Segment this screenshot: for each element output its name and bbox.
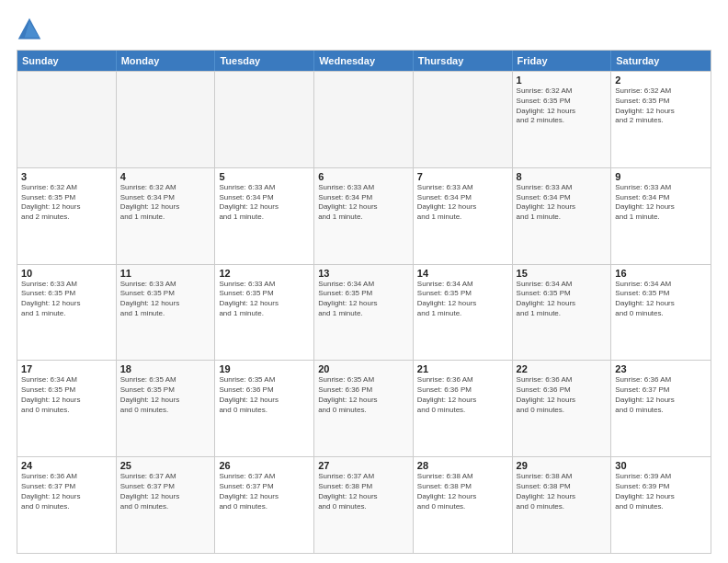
logo-icon <box>17 17 42 42</box>
day-info: Sunrise: 6:33 AMSunset: 6:35 PMDaylight:… <box>120 280 211 319</box>
day-cell-4: 4Sunrise: 6:32 AMSunset: 6:34 PMDaylight… <box>117 168 216 264</box>
day-number: 28 <box>417 460 508 471</box>
day-info: Sunrise: 6:33 AMSunset: 6:34 PMDaylight:… <box>517 183 608 223</box>
day-number: 18 <box>120 363 211 374</box>
day-number: 15 <box>517 268 608 279</box>
day-info: Sunrise: 6:33 AMSunset: 6:35 PMDaylight:… <box>21 280 112 319</box>
day-info: Sunrise: 6:32 AMSunset: 6:35 PMDaylight:… <box>21 183 112 223</box>
empty-cell <box>414 72 513 167</box>
day-number: 16 <box>615 268 707 279</box>
day-info: Sunrise: 6:35 AMSunset: 6:35 PMDaylight:… <box>120 375 211 415</box>
day-cell-22: 22Sunrise: 6:36 AMSunset: 6:36 PMDayligh… <box>513 361 612 456</box>
day-cell-5: 5Sunrise: 6:33 AMSunset: 6:34 PMDaylight… <box>215 168 314 264</box>
day-number: 6 <box>318 171 409 182</box>
day-cell-30: 30Sunrise: 6:39 AMSunset: 6:39 PMDayligh… <box>611 457 711 553</box>
day-number: 14 <box>417 268 508 279</box>
calendar-row-3: 10Sunrise: 6:33 AMSunset: 6:35 PMDayligh… <box>17 264 711 361</box>
day-info: Sunrise: 6:36 AMSunset: 6:36 PMDaylight:… <box>417 375 508 415</box>
day-number: 25 <box>120 460 211 471</box>
day-number: 23 <box>615 363 707 374</box>
day-number: 17 <box>21 363 112 374</box>
day-info: Sunrise: 6:32 AMSunset: 6:35 PMDaylight:… <box>615 86 707 126</box>
day-cell-11: 11Sunrise: 6:33 AMSunset: 6:35 PMDayligh… <box>117 265 216 361</box>
day-cell-7: 7Sunrise: 6:33 AMSunset: 6:34 PMDaylight… <box>414 168 513 264</box>
day-info: Sunrise: 6:38 AMSunset: 6:38 PMDaylight:… <box>517 472 608 511</box>
calendar-row-2: 3Sunrise: 6:32 AMSunset: 6:35 PMDaylight… <box>17 167 711 264</box>
empty-cell <box>117 72 216 167</box>
day-cell-19: 19Sunrise: 6:35 AMSunset: 6:36 PMDayligh… <box>215 361 314 456</box>
calendar-body: 1Sunrise: 6:32 AMSunset: 6:35 PMDaylight… <box>17 71 711 553</box>
day-number: 12 <box>219 268 310 279</box>
day-info: Sunrise: 6:32 AMSunset: 6:35 PMDaylight:… <box>517 86 608 126</box>
day-info: Sunrise: 6:36 AMSunset: 6:36 PMDaylight:… <box>517 375 608 415</box>
day-cell-25: 25Sunrise: 6:37 AMSunset: 6:37 PMDayligh… <box>117 457 216 553</box>
day-number: 19 <box>219 363 310 374</box>
day-cell-3: 3Sunrise: 6:32 AMSunset: 6:35 PMDaylight… <box>17 168 117 264</box>
day-cell-13: 13Sunrise: 6:34 AMSunset: 6:35 PMDayligh… <box>314 265 414 361</box>
header-cell-saturday: Saturday <box>611 51 711 71</box>
day-cell-27: 27Sunrise: 6:37 AMSunset: 6:38 PMDayligh… <box>314 457 414 553</box>
day-cell-8: 8Sunrise: 6:33 AMSunset: 6:34 PMDaylight… <box>513 168 612 264</box>
calendar-row-5: 24Sunrise: 6:36 AMSunset: 6:37 PMDayligh… <box>17 456 711 553</box>
day-cell-16: 16Sunrise: 6:34 AMSunset: 6:35 PMDayligh… <box>611 265 711 361</box>
day-info: Sunrise: 6:33 AMSunset: 6:34 PMDaylight:… <box>219 183 310 223</box>
day-cell-23: 23Sunrise: 6:36 AMSunset: 6:37 PMDayligh… <box>611 361 711 456</box>
calendar-row-1: 1Sunrise: 6:32 AMSunset: 6:35 PMDaylight… <box>17 71 711 167</box>
day-cell-10: 10Sunrise: 6:33 AMSunset: 6:35 PMDayligh… <box>17 265 117 361</box>
day-info: Sunrise: 6:36 AMSunset: 6:37 PMDaylight:… <box>615 375 707 415</box>
day-number: 24 <box>21 460 112 471</box>
day-cell-17: 17Sunrise: 6:34 AMSunset: 6:35 PMDayligh… <box>17 361 117 456</box>
day-info: Sunrise: 6:39 AMSunset: 6:39 PMDaylight:… <box>615 472 707 511</box>
empty-cell <box>215 72 314 167</box>
day-number: 27 <box>318 460 409 471</box>
day-number: 22 <box>517 363 608 374</box>
header-cell-tuesday: Tuesday <box>215 51 314 71</box>
day-number: 1 <box>517 75 608 86</box>
day-info: Sunrise: 6:33 AMSunset: 6:34 PMDaylight:… <box>318 183 409 223</box>
day-cell-2: 2Sunrise: 6:32 AMSunset: 6:35 PMDaylight… <box>611 72 711 167</box>
day-info: Sunrise: 6:33 AMSunset: 6:34 PMDaylight:… <box>417 183 508 223</box>
empty-cell <box>17 72 117 167</box>
day-info: Sunrise: 6:32 AMSunset: 6:34 PMDaylight:… <box>120 183 211 223</box>
day-cell-20: 20Sunrise: 6:35 AMSunset: 6:36 PMDayligh… <box>314 361 414 456</box>
calendar-header: SundayMondayTuesdayWednesdayThursdayFrid… <box>17 51 711 71</box>
day-cell-21: 21Sunrise: 6:36 AMSunset: 6:36 PMDayligh… <box>414 361 513 456</box>
day-number: 13 <box>318 268 409 279</box>
day-info: Sunrise: 6:33 AMSunset: 6:34 PMDaylight:… <box>615 183 707 223</box>
day-number: 4 <box>120 171 211 182</box>
day-number: 8 <box>517 171 608 182</box>
day-cell-6: 6Sunrise: 6:33 AMSunset: 6:34 PMDaylight… <box>314 168 414 264</box>
day-number: 11 <box>120 268 211 279</box>
header-cell-thursday: Thursday <box>414 51 513 71</box>
day-cell-14: 14Sunrise: 6:34 AMSunset: 6:35 PMDayligh… <box>414 265 513 361</box>
day-info: Sunrise: 6:34 AMSunset: 6:35 PMDaylight:… <box>417 280 508 319</box>
day-info: Sunrise: 6:34 AMSunset: 6:35 PMDaylight:… <box>318 280 409 319</box>
day-cell-24: 24Sunrise: 6:36 AMSunset: 6:37 PMDayligh… <box>17 457 117 553</box>
day-number: 7 <box>417 171 508 182</box>
day-info: Sunrise: 6:34 AMSunset: 6:35 PMDaylight:… <box>517 280 608 319</box>
day-number: 26 <box>219 460 310 471</box>
day-info: Sunrise: 6:37 AMSunset: 6:37 PMDaylight:… <box>120 472 211 511</box>
header-cell-friday: Friday <box>513 51 612 71</box>
header-cell-wednesday: Wednesday <box>314 51 414 71</box>
day-info: Sunrise: 6:37 AMSunset: 6:37 PMDaylight:… <box>219 472 310 511</box>
day-cell-1: 1Sunrise: 6:32 AMSunset: 6:35 PMDaylight… <box>513 72 612 167</box>
day-info: Sunrise: 6:35 AMSunset: 6:36 PMDaylight:… <box>318 375 409 415</box>
day-number: 21 <box>417 363 508 374</box>
day-number: 20 <box>318 363 409 374</box>
day-info: Sunrise: 6:35 AMSunset: 6:36 PMDaylight:… <box>219 375 310 415</box>
day-number: 10 <box>21 268 112 279</box>
day-number: 5 <box>219 171 310 182</box>
day-info: Sunrise: 6:34 AMSunset: 6:35 PMDaylight:… <box>615 280 707 319</box>
day-number: 29 <box>517 460 608 471</box>
page: SundayMondayTuesdayWednesdayThursdayFrid… <box>0 0 728 563</box>
day-info: Sunrise: 6:38 AMSunset: 6:38 PMDaylight:… <box>417 472 508 511</box>
calendar: SundayMondayTuesdayWednesdayThursdayFrid… <box>17 50 711 554</box>
day-info: Sunrise: 6:37 AMSunset: 6:38 PMDaylight:… <box>318 472 409 511</box>
day-cell-29: 29Sunrise: 6:38 AMSunset: 6:38 PMDayligh… <box>513 457 612 553</box>
day-number: 3 <box>21 171 112 182</box>
logo <box>17 17 46 42</box>
empty-cell <box>314 72 414 167</box>
day-info: Sunrise: 6:36 AMSunset: 6:37 PMDaylight:… <box>21 472 112 511</box>
day-cell-9: 9Sunrise: 6:33 AMSunset: 6:34 PMDaylight… <box>611 168 711 264</box>
